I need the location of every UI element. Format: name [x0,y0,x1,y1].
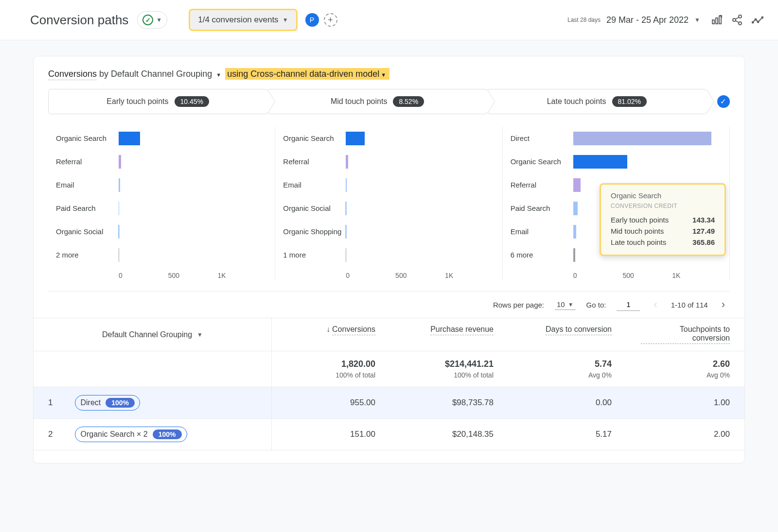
bar-label: 1 more [283,251,344,259]
conversion-check-icon: ✓ [717,95,730,108]
axis-ticks: 05001K [56,272,267,279]
chevron-down-icon: ▼ [156,17,162,23]
bar-row[interactable]: Referral [56,150,267,173]
check-circle-icon: ✓ [142,15,153,25]
tooltip-subtitle: CONVERSION CREDIT [611,203,715,209]
tooltip-row: Late touch points365.86 [611,237,715,248]
customize-icon[interactable] [711,14,723,26]
table-cell: 2.00 [626,422,744,447]
bar-row[interactable]: Referral [283,150,494,173]
svg-point-11 [762,17,763,18]
bar-row[interactable]: 2 more [56,243,267,267]
touchpoint-step[interactable]: Early touch points10.45% [48,89,267,114]
page-title: Conversion paths [30,13,128,28]
share-icon[interactable] [731,14,743,26]
goto-label: Go to: [586,301,606,309]
col-days[interactable]: Days to conversion [508,318,626,351]
bar-label: Email [283,181,344,189]
rows-per-page-label: Rows per page: [493,301,544,309]
touchpoint-step[interactable]: Mid touch points8.52% [267,89,487,114]
bar-row[interactable]: Email [283,173,494,197]
table-row[interactable]: 2Organic Search × 2100%151.00$20,148.355… [34,419,744,450]
svg-point-8 [752,22,754,23]
bar-row[interactable]: Organic Search [283,127,494,150]
dimension-selector[interactable]: by Default Channel Grouping ▼ [99,69,223,79]
table-cell: 0.00 [508,390,626,415]
table-row[interactable]: 1Direct100%955.00$98,735.780.001.00 [34,387,744,419]
status-pill[interactable]: ✓ ▼ [137,11,167,29]
next-page-button[interactable]: › [719,298,728,311]
svg-point-4 [733,18,736,21]
svg-point-9 [755,19,757,20]
channel-chip[interactable]: Organic Search × 2100% [75,427,187,442]
table-cell: 151.00 [272,422,390,447]
metric-selector[interactable]: Conversions [48,69,97,80]
row-number: 2 [48,429,53,439]
bar-label: Organic Social [56,227,117,236]
add-button[interactable]: + [324,13,337,27]
bar-label: Organic Social [283,204,344,213]
col-revenue[interactable]: Purchase revenue [390,318,508,351]
table-cell: $98,735.78 [390,390,508,415]
bar-row[interactable]: Organic Social [283,197,494,220]
bar-label: Organic Search [56,134,117,143]
touchpoint-label: Early touch points [106,97,168,106]
col-conversions[interactable]: ↓Conversions [272,318,390,351]
bar-label: Referral [56,157,117,166]
conversion-events-selector[interactable]: 1/4 conversion events ▼ [189,9,297,31]
prev-page-button[interactable]: ‹ [651,298,660,311]
row-number: 1 [48,398,53,408]
rows-per-page-select[interactable]: 10▼ [555,299,576,310]
bar-row[interactable]: Organic Search [511,150,722,173]
chart-column: Organic SearchReferralEmailOrganic Socia… [275,127,502,279]
avatar[interactable]: P [305,13,319,27]
svg-rect-2 [719,16,721,24]
bar-label: Organic Search [511,157,571,166]
bar-row[interactable]: 1 more [283,243,494,267]
svg-point-3 [739,15,742,18]
attribution-model-selector[interactable]: using Cross-channel data-driven model▼ [225,68,389,80]
insights-icon[interactable] [752,14,763,26]
bar-row[interactable]: Direct [511,127,722,150]
bar-label: Direct [511,134,571,143]
total-cell: 5.74Avg 0% [508,351,626,387]
chart-column: Organic SearchReferralEmailPaid SearchOr… [48,127,275,279]
channel-chip[interactable]: Direct100% [75,395,140,411]
bar-label: Email [511,227,571,236]
bar-row[interactable]: Organic Search [56,127,267,150]
touchpoint-label: Mid touch points [331,97,388,106]
date-caption: Last 28 days [567,17,601,23]
table-cell: $20,148.35 [390,422,508,447]
tooltip-title: Organic Search [611,191,715,200]
col-touchpoints[interactable]: Touchpoints to conversion [626,318,744,351]
bar-label: Referral [283,157,344,166]
bar-label: Referral [511,181,571,189]
date-range-label: 29 Mar - 25 Apr 2022 [606,15,689,25]
table-cell: 1.00 [626,390,744,415]
chevron-down-icon: ▼ [283,17,288,23]
svg-rect-1 [716,18,718,24]
touchpoint-label: Late touch points [547,97,606,106]
bar-row[interactable]: Organic Shopping [283,220,494,243]
touchpoint-percent: 10.45% [175,96,209,107]
conversion-events-label: 1/4 conversion events [198,15,278,25]
tooltip-row: Early touch points143.34 [611,214,715,225]
bar-row[interactable]: Paid Search [56,197,267,220]
svg-line-7 [736,21,739,23]
touchpoint-step[interactable]: Late touch points81.02% [487,89,707,114]
axis-ticks: 05001K [283,272,494,279]
totals-row: 1,820.00100% of total$214,441.21100% of … [34,351,744,387]
bar-label: Email [56,181,117,189]
total-cell: 1,820.00100% of total [272,351,390,387]
svg-point-10 [758,21,759,23]
bar-row[interactable]: Email [56,173,267,197]
bar-row[interactable]: Organic Social [56,220,267,243]
chevron-down-icon: ▼ [694,17,700,23]
date-range-picker[interactable]: Last 28 days 29 Mar - 25 Apr 2022 ▼ [567,15,700,25]
dimension-header[interactable]: Default Channel Grouping▼ [34,318,272,351]
tooltip: Organic Search CONVERSION CREDIT Early t… [600,183,726,256]
goto-input[interactable] [617,298,640,311]
table-cell: 5.17 [508,422,626,447]
bar-label: Organic Search [283,134,344,143]
bar-label: 6 more [511,251,571,259]
